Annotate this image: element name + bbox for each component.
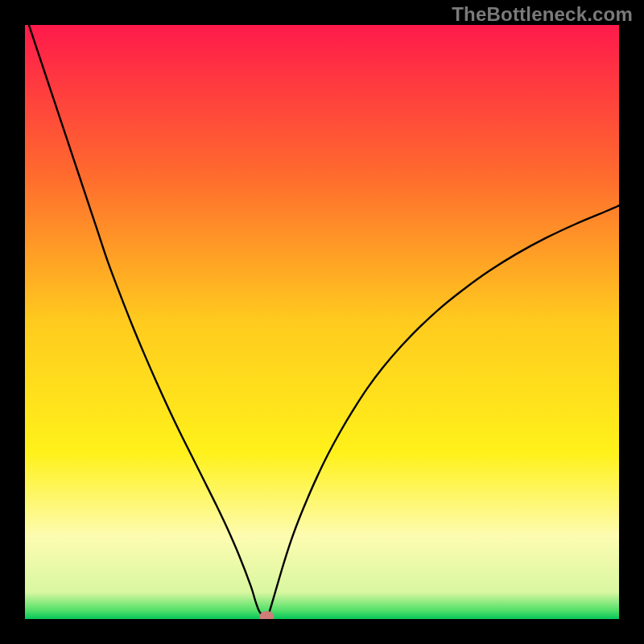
watermark-text: TheBottleneck.com xyxy=(452,3,633,26)
plot-area xyxy=(25,25,619,619)
chart-svg xyxy=(25,25,619,619)
gradient-background xyxy=(25,25,619,619)
chart-frame: TheBottleneck.com xyxy=(0,0,644,644)
